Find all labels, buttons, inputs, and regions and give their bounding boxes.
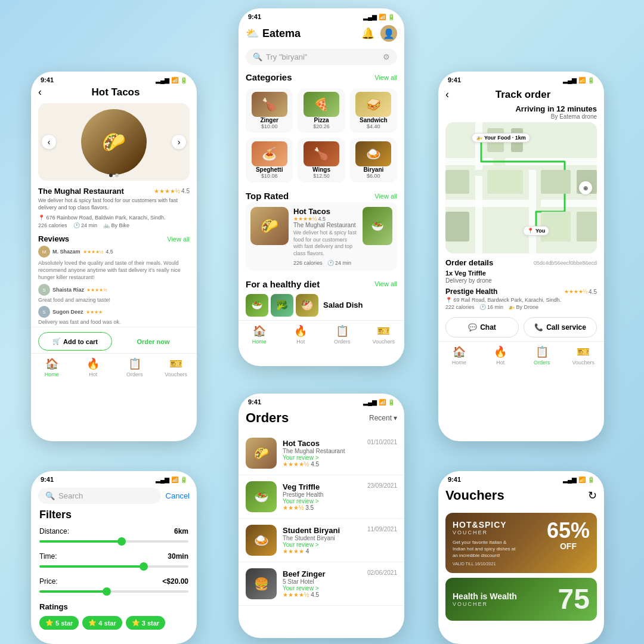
- orders-title: Orders: [246, 410, 289, 426]
- avatar-2[interactable]: 👤: [380, 25, 397, 42]
- time-value: 30min: [168, 552, 188, 561]
- call-service-button[interactable]: 📞 Call service: [524, 317, 597, 338]
- order-row-4[interactable]: 🍔 Beef Zinger 02/06/2021 5 Star Hotel Yo…: [239, 562, 404, 606]
- search-placeholder-4: Search: [58, 491, 83, 500]
- nav-orders-1[interactable]: 📋 Orders: [114, 357, 156, 377]
- restaurant-rating-3: 4.5: [589, 289, 597, 295]
- search-bar-2[interactable]: 🔍 Try "biryani" ⚙: [246, 49, 397, 65]
- rating-1: 4.5: [181, 188, 190, 194]
- distance-label: Distance:: [39, 527, 69, 535]
- voucher-spicy[interactable]: HOT&SPICY VOUCHER Get your favorite Ital…: [445, 513, 597, 573]
- time-slider[interactable]: [39, 565, 188, 568]
- compass-icon: ⊕: [579, 181, 592, 194]
- phone-home: 9:41 ▂▄▆📶🔋 ⛅ Eatema 🔔 👤 🔍 Try "biryani" …: [239, 8, 404, 366]
- cat-speghetti[interactable]: 🍝 Speghetti $10.06: [246, 138, 293, 182]
- categories-view-all[interactable]: View all: [374, 74, 397, 81]
- top-rated-card[interactable]: 🌮 Hot Tacos ★★★★½ 4.5 The Mughal Restaur…: [246, 202, 397, 271]
- vouchers-icon-2: 🎫: [377, 324, 390, 338]
- svg-rect-7: [541, 200, 597, 207]
- review-link-3[interactable]: Your review >: [283, 541, 397, 548]
- top-rated-img: 🌮: [250, 207, 289, 245]
- food-image-1: 🌮: [81, 109, 147, 175]
- nav-home-2[interactable]: 🏠 Home: [239, 324, 280, 345]
- distance-slider[interactable]: [39, 540, 188, 543]
- voucher2-discount: 75: [558, 585, 590, 614]
- cancel-button-4[interactable]: Cancel: [166, 491, 190, 500]
- carousel-next-1[interactable]: ›: [172, 135, 186, 149]
- order-now-button[interactable]: Order now: [117, 332, 190, 351]
- price-slider[interactable]: [39, 590, 188, 593]
- top-rated-view-all[interactable]: View all: [374, 193, 397, 200]
- signal-icons-2: ▂▄▆📶🔋: [363, 14, 395, 20]
- chat-button[interactable]: 💬 Chat: [445, 317, 519, 338]
- cat-wings[interactable]: 🍗 Wings $12.50: [298, 138, 345, 182]
- cat-sandwich[interactable]: 🥪 Sandwich $4.40: [350, 88, 397, 133]
- healthy-title: For a healthy diet: [246, 279, 320, 289]
- categories-header: Categories View all: [239, 69, 404, 83]
- categories-title: Categories: [246, 72, 292, 82]
- review-link-1[interactable]: Your review >: [283, 454, 397, 461]
- healthy-img-2: 🥦: [271, 294, 293, 317]
- healthy-item[interactable]: 🥗 🥦 🥙 Salad Dish: [239, 290, 404, 320]
- review-link-4[interactable]: Your review >: [283, 585, 397, 592]
- star3-btn[interactable]: ⭐ 3 star: [126, 616, 165, 630]
- top-rated-desc: We deliver hot & spicy fast food for our…: [293, 230, 358, 258]
- voucher2-label: Health is Wealth: [453, 592, 517, 601]
- reviews-title: Reviews: [38, 234, 69, 243]
- filter-icon-2[interactable]: ⚙: [383, 52, 390, 61]
- nav-vouchers-2[interactable]: 🎫 Vouchers: [363, 324, 405, 345]
- review-text-3: Delivery was fast and food was ok.: [38, 319, 190, 325]
- orders-icon-2: 📋: [336, 324, 349, 338]
- search-bar-4[interactable]: 🔍 Search: [38, 488, 161, 504]
- distance-value: 6km: [174, 527, 188, 535]
- healthy-img-1: 🥗: [246, 294, 268, 317]
- reviewer-stars-3: ★★★★: [86, 309, 103, 315]
- order-row-2[interactable]: 🥗 Veg Triffle 23/09/2021 Prestige Health…: [239, 475, 404, 519]
- chat-icon: 💬: [468, 323, 477, 332]
- cat-zinger[interactable]: 🍗 Zinger $10.00: [246, 88, 293, 133]
- healthy-img-3: 🥙: [296, 294, 318, 317]
- add-to-cart-button[interactable]: 🛒 Add to cart: [38, 332, 112, 351]
- home-icon-1: 🏠: [45, 357, 58, 370]
- nav-vouchers-1[interactable]: 🎫 Vouchers: [156, 357, 197, 377]
- reviews-view-all[interactable]: View all: [167, 236, 190, 243]
- order-id: 05dc4db56eecf0bbe86ecd: [534, 260, 597, 266]
- nav-vouchers-3[interactable]: 🎫 Vouchers: [563, 345, 605, 366]
- app-name: Eatema: [262, 27, 301, 40]
- address-1: 676 Rainbow Road, Baldwin Park, Karachi,…: [47, 215, 166, 221]
- signal-icons-4: ▂▄▆📶🔋: [156, 476, 187, 483]
- nav-orders-2[interactable]: 📋 Orders: [321, 324, 363, 345]
- signal-icons-5: ▂▄▆📶🔋: [363, 399, 395, 405]
- nav-hot-2[interactable]: 🔥 Hot: [280, 324, 322, 345]
- order-row-3[interactable]: 🍛 Student Biryani 11/09/2021 The Student…: [239, 519, 404, 562]
- voucher1-desc: Get your favorite Italian & Indian hot a…: [453, 539, 518, 559]
- star4-btn[interactable]: ⭐ 4 star: [82, 616, 122, 630]
- nav-hot-1[interactable]: 🔥 Hot: [73, 357, 114, 377]
- nav-orders-3[interactable]: 📋 Orders: [521, 345, 563, 366]
- carousel-prev-1[interactable]: ‹: [42, 135, 56, 149]
- nav-home-1[interactable]: 🏠 Home: [31, 357, 73, 377]
- orders-icon-1: 📋: [128, 357, 141, 370]
- nav-hot-3[interactable]: 🔥 Hot: [480, 345, 522, 366]
- categories-grid: 🍗 Zinger $10.00 🍕 Pizza $20.26 🥪 Sandwic…: [239, 83, 404, 187]
- order-row-1[interactable]: 🌮 Hot Tacos 01/10/2021 The Mughal Restau…: [239, 432, 404, 475]
- refresh-icon[interactable]: ↻: [588, 489, 597, 502]
- home-icon-3: 🏠: [453, 345, 466, 358]
- cat-img-biryani: 🍛: [355, 141, 391, 166]
- nav-home-3[interactable]: 🏠 Home: [438, 345, 480, 366]
- order-stars-2: ★★★½ 3.5: [283, 504, 397, 511]
- cat-img-sandwich: 🥪: [355, 92, 391, 117]
- star5-btn[interactable]: ⭐ 5 star: [39, 616, 79, 630]
- cat-pizza[interactable]: 🍕 Pizza $20.26: [298, 88, 345, 133]
- healthy-header: For a healthy diet View all: [239, 275, 404, 290]
- arriving-text: Arriving in 12 minutes: [445, 104, 597, 113]
- hot-icon-3: 🔥: [494, 345, 507, 358]
- review-link-2[interactable]: Your review >: [283, 498, 397, 504]
- cat-biryani[interactable]: 🍛 Biryani $6.00: [350, 138, 397, 182]
- svg-rect-10: [445, 170, 469, 194]
- voucher-health[interactable]: Health is Wealth VOUCHER 75: [445, 578, 597, 621]
- status-bar-4: 9:41 ▂▄▆📶🔋: [31, 471, 197, 485]
- notification-icon[interactable]: 🔔: [361, 27, 374, 40]
- healthy-view-all[interactable]: View all: [374, 280, 397, 287]
- recent-filter[interactable]: Recent ▾: [369, 414, 397, 422]
